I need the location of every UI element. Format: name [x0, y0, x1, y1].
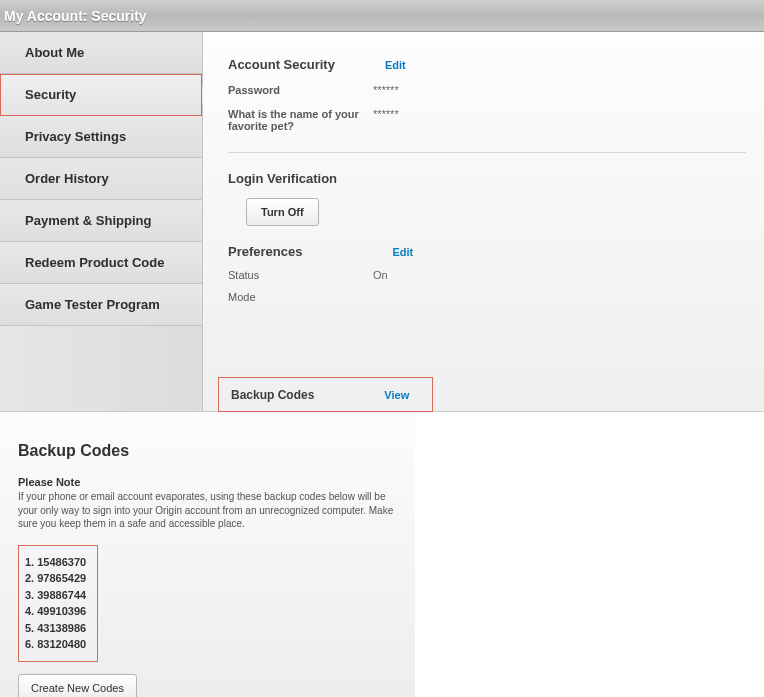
please-note-title: Please Note	[18, 476, 400, 488]
backup-code: 4. 49910396	[25, 603, 91, 620]
create-new-codes-button[interactable]: Create New Codes	[18, 674, 137, 698]
sidebar-item-game-tester-program[interactable]: Game Tester Program	[0, 284, 202, 326]
mode-label: Mode	[228, 291, 373, 303]
please-note-body: If your phone or email account evaporate…	[18, 490, 400, 531]
upper-panel: About Me Security Privacy Settings Order…	[0, 32, 764, 412]
preferences-title: Preferences	[228, 244, 302, 259]
security-question-row: What is the name of your favorite pet? *…	[228, 108, 746, 132]
password-label: Password	[228, 84, 373, 96]
top-header: My Account: Security	[0, 0, 764, 32]
password-value: ******	[373, 84, 399, 96]
account-security-edit-link[interactable]: Edit	[385, 59, 406, 71]
sidebar-item-security[interactable]: Security	[0, 74, 202, 116]
backup-code: 1. 15486370	[25, 554, 91, 571]
backup-codes-view-link[interactable]: View	[384, 389, 409, 401]
backup-code: 3. 39886744	[25, 587, 91, 604]
sidebar-item-label: Payment & Shipping	[25, 213, 151, 228]
sidebar: About Me Security Privacy Settings Order…	[0, 32, 203, 411]
sidebar-item-privacy-settings[interactable]: Privacy Settings	[0, 116, 202, 158]
login-verification-section: Login Verification Turn Off	[228, 171, 746, 226]
sidebar-item-label: Game Tester Program	[25, 297, 160, 312]
divider	[228, 152, 746, 153]
sidebar-item-redeem-product-code[interactable]: Redeem Product Code	[0, 242, 202, 284]
page-title: My Account: Security	[4, 8, 147, 24]
sidebar-item-label: Order History	[25, 171, 109, 186]
turn-off-button[interactable]: Turn Off	[246, 198, 319, 226]
sidebar-item-label: About Me	[25, 45, 84, 60]
login-verification-title: Login Verification	[228, 171, 337, 186]
status-value: On	[373, 269, 388, 281]
sidebar-item-label: Security	[25, 87, 76, 102]
backup-codes-label: Backup Codes	[231, 388, 314, 402]
backup-code: 5. 43138986	[25, 620, 91, 637]
account-security-title: Account Security	[228, 57, 335, 72]
backup-code: 6. 83120480	[25, 636, 91, 653]
account-security-header: Account Security Edit	[228, 57, 746, 72]
sidebar-item-order-history[interactable]: Order History	[0, 158, 202, 200]
content-area: Account Security Edit Password ****** Wh…	[203, 32, 764, 411]
sidebar-item-label: Redeem Product Code	[25, 255, 164, 270]
preferences-edit-link[interactable]: Edit	[392, 246, 413, 258]
sidebar-item-label: Privacy Settings	[25, 129, 126, 144]
sidebar-item-payment-shipping[interactable]: Payment & Shipping	[0, 200, 202, 242]
backup-codes-list: 1. 15486370 2. 97865429 3. 39886744 4. 4…	[18, 545, 98, 662]
security-question-value: ******	[373, 108, 399, 132]
status-label: Status	[228, 269, 373, 281]
sidebar-item-about-me[interactable]: About Me	[0, 32, 202, 74]
backup-codes-panel: Backup Codes Please Note If your phone o…	[0, 412, 415, 697]
backup-codes-row: Backup Codes View	[218, 377, 433, 412]
status-row: Status On	[228, 269, 746, 281]
backup-code: 2. 97865429	[25, 570, 91, 587]
preferences-section: Preferences Edit Status On Mode	[228, 244, 746, 303]
backup-codes-panel-title: Backup Codes	[18, 442, 400, 460]
mode-row: Mode	[228, 291, 746, 303]
password-row: Password ******	[228, 84, 746, 96]
security-question-label: What is the name of your favorite pet?	[228, 108, 373, 132]
